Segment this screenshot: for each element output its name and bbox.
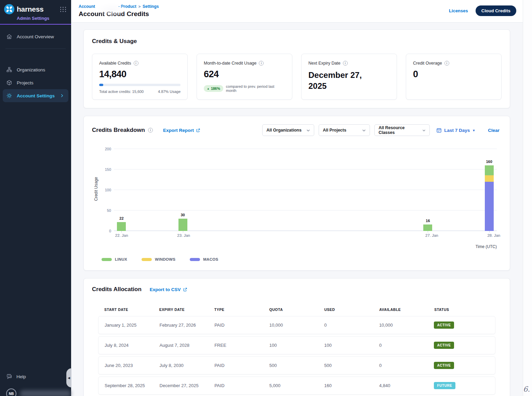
legend-item-linux[interactable]: LINUX	[102, 257, 127, 261]
cell-used: 100	[324, 343, 379, 348]
sidebar-collapse-handle[interactable]: ◀	[66, 368, 71, 387]
breadcrumb-separator: >	[138, 4, 141, 9]
credits-progress-bar	[99, 84, 181, 86]
x-tick-mark	[489, 231, 490, 233]
module-subtitle: Admin Settings	[17, 16, 66, 21]
breadcrumb-account[interactable]: Account	[79, 4, 95, 9]
credits-usage-title: Credits & Usage	[92, 38, 502, 45]
organizations-select[interactable]: All Organizations	[262, 124, 314, 136]
table-row: September 28, 2025December 27, 2025PAID5…	[98, 377, 495, 395]
cell-used: 500	[324, 363, 379, 368]
sidebar-item-organizations[interactable]: Organizations	[0, 63, 71, 76]
table-row: July 8, 2024August 7, 2028FREE1001000ACT…	[98, 336, 495, 354]
export-report-link[interactable]: Export Report	[163, 128, 200, 133]
y-axis-ticks: 050100150200	[101, 149, 114, 231]
resource-classes-select[interactable]: All Resource Classes	[374, 124, 430, 136]
calendar-icon	[436, 127, 442, 133]
credit-usage-chart: Credit Usage 050100150200 223016160 22. …	[92, 149, 502, 249]
sidebar-item-account-settings[interactable]: Account Settings	[3, 89, 68, 102]
sidebar-item-account-overview[interactable]: Account Overview	[0, 30, 71, 43]
bar-segment-linux	[178, 219, 187, 231]
sidebar-item-label: Account Settings	[17, 93, 55, 98]
chevron-down-icon	[306, 128, 310, 132]
cell-quota: 100	[269, 343, 324, 348]
stacked-bar-27jan: 16	[423, 224, 432, 231]
credits-breakdown-panel: Credits Breakdown i Export Report All Or…	[83, 116, 510, 271]
y-tick-label: 0	[109, 229, 111, 233]
credits-progress-fill	[99, 84, 103, 86]
info-icon[interactable]: i	[343, 61, 348, 66]
stacked-bar-22jan: 22	[117, 222, 126, 231]
cell-status: ACTIVE	[434, 322, 489, 329]
page-content: Credits & Usage Available Credits i 14,8…	[71, 23, 532, 396]
column-header: EXPIRY DATE	[159, 308, 214, 312]
legend-swatch	[190, 258, 200, 261]
credits-allocation-title: Credits Allocation	[92, 286, 142, 293]
sidebar-item-projects[interactable]: Projects	[0, 76, 71, 89]
sidebar: harness Admin Settings Account Overview …	[0, 0, 71, 396]
legend-swatch	[102, 258, 112, 261]
export-csv-link[interactable]: Export to CSV	[150, 287, 187, 292]
cell-type: PAID	[214, 383, 269, 388]
date-range-picker[interactable]: Last 7 Days ▾	[436, 127, 475, 133]
trend-caption: compared to prev. period last month	[226, 84, 285, 93]
apps-grid-icon[interactable]	[60, 7, 66, 12]
next-expiry-value: December 27, 2025	[308, 70, 377, 92]
gridline	[114, 231, 497, 231]
cell-quota: 10,000	[269, 323, 324, 328]
mtd-usage-value: 624	[204, 69, 285, 80]
caret-down-icon: ▾	[473, 128, 475, 132]
cell-available: 0	[379, 343, 434, 348]
help-label: Help	[16, 374, 26, 379]
legend-label: WINDOWS	[155, 257, 175, 261]
breadcrumb-product[interactable]: - Product	[118, 4, 136, 9]
column-header: USED	[324, 308, 379, 312]
breadcrumb-settings[interactable]: Settings	[143, 4, 159, 9]
y-tick-label: 150	[105, 167, 111, 172]
mtd-usage-label: Month-to-date Credit Usage	[204, 61, 256, 66]
scrollbar-gutter[interactable]	[523, 0, 532, 396]
info-icon[interactable]: i	[444, 61, 449, 66]
stacked-bar-28jan: 160	[485, 165, 494, 231]
cell-start_date: July 8, 2024	[105, 343, 160, 348]
cell-type: FREE	[214, 343, 269, 348]
allocation-table-body: January 1, 2025February 27, 2026PAID10,0…	[98, 316, 495, 395]
avatar[interactable]: NB	[6, 388, 16, 396]
available-credits-card: Available Credits i 14,840 Total active …	[92, 54, 188, 100]
cell-type: PAID	[214, 363, 269, 368]
x-tick-label: 28. Jan	[487, 233, 500, 237]
status-badge: ACTIVE	[434, 322, 454, 329]
clear-filters-link[interactable]: Clear	[488, 128, 500, 133]
cell-quota: 5,000	[269, 383, 324, 388]
x-tick-label: 22. Jan	[115, 233, 128, 237]
user-row[interactable]: NB	[6, 388, 71, 396]
table-row: June 20, 2023July 8, 2030PAID5005000ACTI…	[98, 356, 495, 374]
redacted-username	[20, 390, 71, 396]
x-tick-mark	[121, 231, 122, 233]
licenses-link[interactable]: Licenses	[449, 8, 468, 13]
cloud-credits-button[interactable]: Cloud Credits	[476, 5, 516, 16]
bar-value-label: 30	[181, 213, 185, 217]
x-tick-mark	[428, 231, 428, 233]
main-area: Account - Product > Settings Account Clo…	[71, 0, 532, 396]
bar-value-label: 22	[119, 216, 123, 220]
info-icon[interactable]: i	[134, 61, 138, 66]
credits-usage-panel: Credits & Usage Available Credits i 14,8…	[83, 29, 510, 108]
org-chart-icon	[6, 67, 12, 73]
info-icon[interactable]: i	[259, 61, 264, 66]
y-axis-title: Credit Usage	[94, 175, 98, 203]
cube-icon	[6, 80, 12, 86]
y-tick-label: 200	[105, 147, 111, 151]
info-icon[interactable]: i	[148, 128, 153, 133]
help-button[interactable]: ? Help	[6, 373, 71, 380]
cell-start_date: June 20, 2023	[105, 363, 160, 368]
legend-item-windows[interactable]: WINDOWS	[142, 257, 175, 261]
cell-type: PAID	[214, 323, 269, 328]
gridline	[114, 169, 497, 169]
legend-item-macos[interactable]: MACOS	[190, 257, 218, 261]
credit-overage-value: 0	[413, 69, 494, 80]
projects-select[interactable]: All Projects	[319, 124, 370, 136]
trend-badge: ▲186%	[204, 85, 223, 92]
gridline	[114, 210, 497, 210]
legend-swatch	[142, 258, 152, 261]
